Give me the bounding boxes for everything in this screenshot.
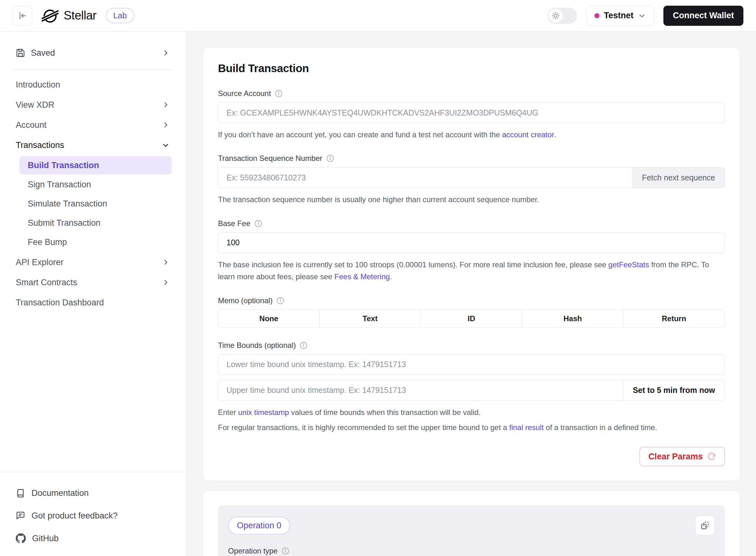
final-result-link[interactable]: final result	[510, 423, 544, 431]
operation-badge[interactable]: Operation 0	[228, 517, 290, 534]
memo-field: Memo (optional) None Text ID Hash Return	[218, 296, 725, 328]
memo-option-id[interactable]: ID	[421, 310, 522, 327]
sidebar-item-label: Got product feedback?	[32, 511, 118, 521]
sidebar-item-label: Submit Transaction	[28, 218, 100, 228]
connect-wallet-button[interactable]: Connect Wallet	[663, 6, 744, 26]
sidebar-item-view-xdr[interactable]: View XDR	[0, 95, 186, 115]
chevron-right-icon	[162, 278, 170, 286]
sidebar-divider	[13, 70, 172, 70]
sidebar-item-account[interactable]: Account	[0, 115, 186, 135]
stellar-logo-icon	[41, 7, 59, 24]
sidebar-item-label: Simulate Transaction	[28, 199, 107, 209]
source-account-input[interactable]	[218, 102, 725, 123]
sidebar-item-transaction-dashboard[interactable]: Transaction Dashboard	[0, 292, 186, 313]
refresh-icon	[707, 452, 716, 461]
sidebar-item-build-transaction[interactable]: Build Transaction	[20, 156, 172, 174]
sidebar-item-label: Introduction	[16, 80, 60, 90]
sidebar-item-api-explorer[interactable]: API Explorer	[0, 252, 186, 272]
info-icon[interactable]	[326, 154, 334, 163]
theme-toggle[interactable]	[548, 7, 577, 24]
sidebar: Saved Introduction View XDR Account Tran…	[0, 32, 187, 556]
collapse-sidebar-button[interactable]	[12, 6, 32, 26]
feedback-bubble-icon	[16, 511, 25, 520]
sidebar-item-label: Fee Bump	[28, 237, 67, 247]
info-icon[interactable]	[281, 547, 290, 555]
sidebar-item-smart-contracts[interactable]: Smart Contracts	[0, 272, 186, 292]
memo-option-return[interactable]: Return	[623, 310, 724, 327]
time-bounds-help-2: For regular transactions, it is highly r…	[218, 422, 725, 433]
account-creator-link[interactable]: account creator	[502, 130, 554, 139]
page-title: Build Transaction	[218, 62, 725, 75]
duplicate-operation-button[interactable]	[695, 516, 715, 535]
upper-time-bound-input[interactable]	[218, 380, 623, 401]
operation-panel: Operation 0 Operation type Select operat…	[218, 505, 725, 556]
set-5-min-button[interactable]: Set to 5 min from now	[623, 380, 724, 401]
sidebar-item-transactions[interactable]: Transactions	[0, 135, 186, 155]
source-account-help: If you don’t have an account yet, you ca…	[218, 129, 725, 141]
field-label: Time Bounds (optional)	[218, 341, 296, 350]
fetch-next-sequence-button[interactable]: Fetch next sequence	[632, 168, 724, 188]
copy-icon	[700, 520, 710, 530]
chevron-right-icon	[162, 121, 170, 129]
sidebar-item-label: Transactions	[16, 140, 64, 150]
base-fee-help: The base inclusion fee is currently set …	[218, 259, 725, 283]
field-label: Transaction Sequence Number	[218, 154, 322, 163]
sidebar-item-label: API Explorer	[16, 257, 64, 267]
stellar-logo[interactable]: Stellar	[41, 7, 96, 24]
time-bounds-help-1: Enter unix timestamp values of time boun…	[218, 407, 725, 418]
chevron-down-icon	[638, 12, 646, 20]
chevron-right-icon	[162, 101, 170, 109]
unix-timestamp-link[interactable]: unix timestamp	[238, 408, 289, 417]
chevron-down-icon	[162, 141, 170, 149]
fees-metering-link[interactable]: Fees & Metering	[334, 272, 390, 281]
collapse-sidebar-icon	[18, 11, 27, 21]
sidebar-item-saved[interactable]: Saved	[0, 43, 186, 63]
sidebar-item-fee-bump[interactable]: Fee Bump	[0, 233, 186, 251]
sidebar-item-label: Saved	[31, 48, 55, 58]
sequence-number-input[interactable]	[218, 168, 632, 188]
sidebar-item-label: Smart Contracts	[16, 278, 77, 287]
sidebar-item-label: Sign Transaction	[28, 180, 91, 189]
base-fee-field: Base Fee The base inclusion fee is curre…	[218, 219, 725, 283]
network-selector[interactable]: Testnet	[587, 6, 654, 26]
github-icon	[16, 533, 26, 544]
sidebar-item-label: GitHub	[32, 534, 59, 544]
sidebar-item-github[interactable]: GitHub	[16, 527, 170, 550]
base-fee-input[interactable]	[218, 232, 725, 253]
field-label: Operation type	[228, 547, 277, 555]
sidebar-item-documentation[interactable]: Documentation	[16, 482, 170, 505]
help-text: of a transaction in a defined time.	[544, 423, 657, 431]
sidebar-item-simulate-transaction[interactable]: Simulate Transaction	[0, 195, 186, 213]
save-icon	[16, 48, 25, 58]
field-label: Base Fee	[218, 219, 251, 228]
sidebar-item-feedback[interactable]: Got product feedback?	[16, 505, 170, 527]
sidebar-item-sign-transaction[interactable]: Sign Transaction	[0, 175, 186, 194]
info-icon[interactable]	[300, 341, 308, 349]
memo-option-text[interactable]: Text	[320, 310, 421, 327]
info-icon[interactable]	[276, 297, 285, 305]
info-icon[interactable]	[254, 219, 262, 228]
main-content: Build Transaction Source Account If you …	[187, 32, 756, 556]
help-text: For regular transactions, it is highly r…	[218, 423, 510, 431]
memo-option-none[interactable]: None	[218, 310, 320, 327]
help-text: .	[390, 272, 392, 281]
field-label: Memo (optional)	[218, 296, 272, 305]
lab-badge: Lab	[106, 8, 134, 23]
help-text: If you don’t have an account yet, you ca…	[218, 130, 502, 139]
chevron-right-icon	[162, 258, 170, 266]
getfeestats-link[interactable]: getFeeStats	[608, 260, 649, 269]
sequence-help: The transaction sequence number is usual…	[218, 194, 725, 206]
time-bounds-field: Time Bounds (optional) Set to 5 min from…	[218, 341, 725, 434]
brand-name: Stellar	[64, 9, 96, 22]
sidebar-item-label: Documentation	[32, 488, 89, 498]
field-label: Source Account	[218, 89, 271, 98]
info-icon[interactable]	[275, 90, 283, 98]
sidebar-item-submit-transaction[interactable]: Submit Transaction	[0, 214, 186, 232]
operations-card: Operation 0 Operation type Select operat…	[202, 490, 740, 556]
sequence-number-field: Transaction Sequence Number Fetch next s…	[218, 154, 725, 206]
memo-option-hash[interactable]: Hash	[522, 310, 623, 327]
sidebar-item-introduction[interactable]: Introduction	[0, 75, 186, 95]
clear-params-button[interactable]: Clear Params	[639, 447, 725, 466]
lower-time-bound-input[interactable]	[218, 354, 725, 375]
chevron-right-icon	[162, 49, 170, 57]
